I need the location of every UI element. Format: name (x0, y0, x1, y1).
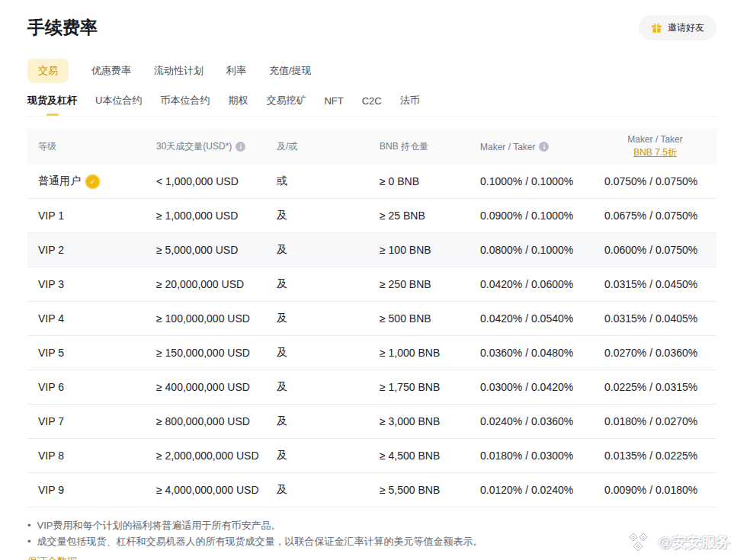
tab-2[interactable]: 流动性计划 (154, 59, 204, 83)
invite-friends-label: 邀请好友 (668, 21, 704, 34)
cell-and-or: 及 (277, 243, 380, 257)
page-title: 手续费率 (27, 16, 98, 40)
cell-bnb-balance: ≥ 0 BNB (380, 175, 480, 187)
cell-maker-taker-bnb: 0.0135% / 0.0225% (604, 450, 706, 462)
bullet-icon: • (27, 533, 31, 549)
cell-maker-taker: 0.0360% / 0.0480% (480, 347, 604, 359)
tab-0[interactable]: 交易 (27, 59, 69, 83)
cell-maker-taker: 0.0800% / 0.1000% (480, 244, 604, 256)
table-header-row: 等级 30天成交量(USD*) i 及/或 BNB 持仓量 Maker / Ta… (27, 129, 716, 165)
cell-bnb-balance: ≥ 4,500 BNB (380, 450, 480, 462)
subtab-3[interactable]: 期权 (228, 94, 248, 107)
footnote: •VIP费用和每个计划的福利将普遍适用于所有币安产品。 (27, 517, 716, 533)
level-label: VIP 3 (38, 278, 64, 290)
level-label: VIP 9 (38, 484, 64, 496)
info-icon[interactable]: i (539, 142, 549, 152)
sub-tabs: 现货及杠杆U本位合约币本位合约期权交易挖矿NFTC2C法币 (27, 94, 716, 117)
column-header-and-or: 及/或 (277, 140, 380, 153)
column-header-level: 等级 (38, 140, 156, 153)
table-row: VIP 1≥ 1,000,000 USD及≥ 25 BNB0.0900% / 0… (27, 199, 716, 233)
subtab-2[interactable]: 币本位合约 (160, 94, 210, 107)
table-row: VIP 8≥ 2,000,000,000 USD及≥ 4,500 BNB0.01… (27, 439, 716, 473)
cell-maker-taker-bnb: 0.0600% / 0.0750% (604, 244, 706, 256)
cell-and-or: 及 (277, 346, 380, 360)
level-label: VIP 6 (38, 381, 64, 393)
level-label: VIP 5 (38, 347, 64, 359)
info-icon[interactable]: i (236, 142, 245, 152)
tab-3[interactable]: 利率 (226, 59, 246, 83)
column-header-maker-taker-bnb: Maker / Taker BNB 7.5折 (604, 134, 706, 159)
column-header-volume-label: 30天成交量(USD*) (156, 140, 232, 153)
cell-volume: < 1,000,000 USD (156, 175, 277, 187)
cell-bnb-balance: ≥ 1,000 BNB (380, 347, 480, 359)
tab-1[interactable]: 优惠费率 (91, 59, 131, 83)
cell-maker-taker: 0.1000% / 0.1000% (480, 175, 604, 187)
level-label: VIP 7 (38, 415, 64, 427)
cell-level: VIP 3 (38, 278, 156, 290)
invite-friends-button[interactable]: 邀请好友 (639, 15, 716, 40)
cell-bnb-balance: ≥ 500 BNB (380, 312, 480, 325)
tab-4[interactable]: 充值/提现 (269, 59, 312, 83)
cell-volume: ≥ 100,000,000 USD (156, 312, 277, 325)
level-label: VIP 1 (38, 210, 64, 222)
level-label: VIP 8 (38, 450, 64, 462)
level-label: 普通用户 (38, 174, 81, 188)
cell-volume: ≥ 150,000,000 USD (156, 347, 277, 359)
cell-maker-taker-bnb: 0.0270% / 0.0360% (604, 347, 706, 359)
cell-level: VIP 8 (38, 450, 156, 462)
column-header-maker-taker: Maker / Taker i (480, 142, 604, 152)
cell-bnb-balance: ≥ 1,750 BNB (380, 381, 480, 393)
footnote-text: 成交量包括现货、杠杆和交易机器人的所有现货成交量，以联合保证金汇率计算的美元等值… (37, 533, 483, 549)
cell-and-or: 或 (277, 174, 380, 188)
cell-maker-taker: 0.0420% / 0.0600% (480, 278, 604, 290)
margin-data-link[interactable]: 保证金数据 (27, 555, 77, 560)
cell-level: VIP 9 (38, 484, 156, 496)
subtab-7[interactable]: 法币 (400, 94, 420, 107)
table-row: VIP 7≥ 800,000,000 USD及≥ 3,000 BNB0.0240… (27, 405, 716, 439)
cell-bnb-balance: ≥ 100 BNB (380, 244, 480, 256)
fee-rate-page: 手续费率 邀请好友 交易优惠费率流动性计划利率充值/提现 现货及杠杆U本位合约币… (0, 15, 750, 560)
column-header-volume: 30天成交量(USD*) i (156, 140, 277, 153)
column-header-bnb-balance: BNB 持仓量 (380, 140, 480, 153)
bullet-icon: • (27, 517, 31, 533)
footnote-text: VIP费用和每个计划的福利将普遍适用于所有币安产品。 (37, 517, 281, 533)
cell-and-or: 及 (277, 277, 380, 291)
subtab-4[interactable]: 交易挖矿 (266, 94, 306, 107)
cell-maker-taker-bnb: 0.0675% / 0.0750% (604, 210, 706, 222)
cell-maker-taker-bnb: 0.0225% / 0.0315% (604, 381, 706, 393)
bnb-discount-link[interactable]: BNB 7.5折 (633, 146, 677, 159)
cell-level: 普通用户✓ (38, 174, 156, 188)
gift-icon (651, 22, 662, 34)
cell-maker-taker-bnb: 0.0180% / 0.0270% (604, 415, 706, 427)
cell-maker-taker-bnb: 0.0750% / 0.0750% (604, 175, 706, 187)
cell-level: VIP 7 (38, 415, 156, 427)
subtab-0[interactable]: 现货及杠杆 (27, 94, 77, 107)
cell-level: VIP 5 (38, 347, 156, 359)
subtab-6[interactable]: C2C (362, 95, 382, 107)
subtab-5[interactable]: NFT (324, 95, 343, 107)
column-header-maker-taker-bnb-label: Maker / Taker (627, 134, 682, 145)
cell-volume: ≥ 5,000,000 USD (156, 244, 277, 256)
cell-maker-taker: 0.0120% / 0.0240% (480, 484, 604, 496)
table-row: VIP 2≥ 5,000,000 USD及≥ 100 BNB0.0800% / … (27, 233, 716, 267)
cell-and-or: 及 (277, 414, 380, 428)
cell-volume: ≥ 4,000,000,000 USD (156, 484, 277, 496)
table-row: VIP 3≥ 20,000,000 USD及≥ 250 BNB0.0420% /… (27, 267, 716, 302)
table-row: VIP 4≥ 100,000,000 USD及≥ 500 BNB0.0420% … (27, 302, 716, 336)
subtab-1[interactable]: U本位合约 (95, 94, 142, 107)
table-body: 普通用户✓< 1,000,000 USD或≥ 0 BNB0.1000% / 0.… (27, 165, 716, 507)
cell-maker-taker-bnb: 0.0090% / 0.0180% (604, 484, 706, 496)
cell-and-or: 及 (277, 449, 380, 462)
cell-maker-taker: 0.0300% / 0.0420% (480, 381, 604, 393)
footnotes: •VIP费用和每个计划的福利将普遍适用于所有币安产品。•成交量包括现货、杠杆和交… (27, 517, 716, 549)
table-row: 普通用户✓< 1,000,000 USD或≥ 0 BNB0.1000% / 0.… (27, 165, 716, 199)
cell-bnb-balance: ≥ 3,000 BNB (380, 415, 480, 427)
cell-level: VIP 1 (38, 210, 156, 222)
cell-level: VIP 4 (38, 312, 156, 325)
table-row: VIP 5≥ 150,000,000 USD及≥ 1,000 BNB0.0360… (27, 336, 716, 370)
cell-and-or: 及 (277, 380, 380, 394)
cell-volume: ≥ 2,000,000,000 USD (156, 450, 277, 462)
column-header-maker-taker-label: Maker / Taker (480, 142, 535, 152)
cell-and-or: 及 (277, 209, 380, 222)
cell-bnb-balance: ≥ 25 BNB (380, 210, 480, 222)
